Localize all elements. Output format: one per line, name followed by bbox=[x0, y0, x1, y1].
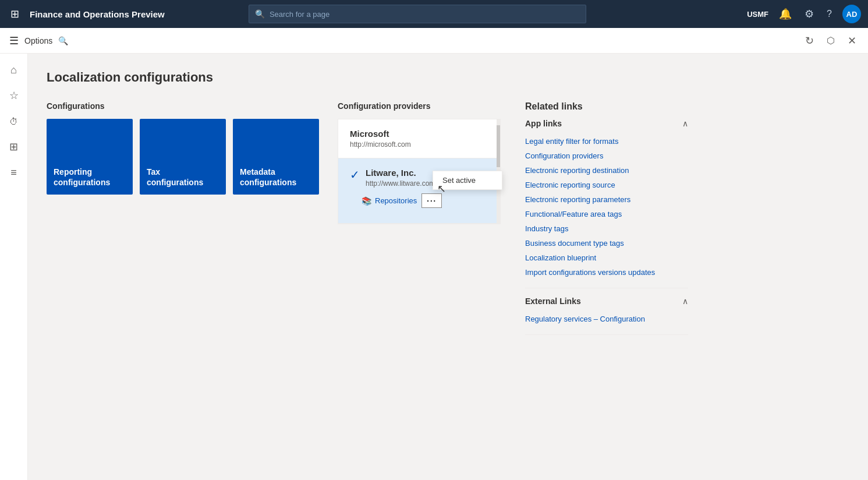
config-tiles: Reporting configurations Tax configurati… bbox=[47, 119, 319, 195]
open-new-button[interactable]: ⬡ bbox=[824, 32, 837, 50]
tile-reporting-configurations[interactable]: Reporting configurations bbox=[47, 119, 133, 195]
search-bar[interactable]: 🔍 bbox=[249, 5, 586, 23]
link-industry-tags[interactable]: Industry tags bbox=[525, 221, 688, 236]
user-region: USMF bbox=[747, 10, 768, 19]
settings-button[interactable]: ⚙ bbox=[802, 5, 816, 23]
related-links-title: Related links bbox=[525, 101, 688, 112]
hamburger-menu-icon[interactable]: ☰ bbox=[9, 34, 19, 47]
provider-active-checkmark: ✓ bbox=[350, 168, 360, 182]
close-button[interactable]: ✕ bbox=[845, 32, 859, 50]
sidebar-item-workspaces[interactable]: ⊞ bbox=[2, 135, 26, 158]
link-business-document-type-tags[interactable]: Business document type tags bbox=[525, 236, 688, 250]
more-options-button[interactable]: ··· bbox=[421, 193, 442, 208]
link-regulatory-services-configuration[interactable]: Regulatory services – Configuration bbox=[525, 312, 688, 326]
notification-button[interactable]: 🔔 bbox=[777, 5, 794, 23]
related-links-section: Related links App links ∧ Legal entity f… bbox=[525, 101, 688, 343]
provider-microsoft-name: Microsoft bbox=[350, 129, 488, 139]
tile-tax-configurations[interactable]: Tax configurations bbox=[140, 119, 226, 195]
help-button[interactable]: ? bbox=[824, 6, 834, 22]
providers-scrollbar-thumb bbox=[497, 125, 500, 167]
external-links-header: External Links ∧ bbox=[525, 297, 688, 306]
provider-microsoft-url: http://microsoft.com bbox=[350, 140, 488, 149]
configurations-section-title: Configurations bbox=[47, 101, 319, 111]
external-links-list: Regulatory services – Configuration bbox=[525, 312, 688, 326]
sidebar-item-modules[interactable]: ≡ bbox=[2, 161, 26, 184]
dropdown-popup: Set active bbox=[433, 171, 502, 190]
sidebar-item-home[interactable]: ⌂ bbox=[2, 58, 26, 82]
link-localization-blueprint[interactable]: Localization blueprint bbox=[525, 250, 688, 265]
content-grid: Configurations Reporting configurations … bbox=[47, 101, 849, 343]
divider bbox=[525, 288, 688, 288]
sub-nav-search-icon[interactable]: 🔍 bbox=[58, 36, 68, 45]
provider-litware-url: http://www.litware.com bbox=[366, 179, 435, 188]
top-navigation: ⊞ Finance and Operations Preview 🔍 USMF … bbox=[0, 0, 868, 28]
sub-navigation: ☰ Options 🔍 ↻ ⬡ ✕ bbox=[0, 28, 868, 54]
providers-list: Microsoft http://microsoft.com ✓ Litware… bbox=[338, 119, 501, 224]
search-icon: 🔍 bbox=[255, 9, 265, 19]
tile-metadata-configurations[interactable]: Metadata configurations bbox=[233, 119, 319, 195]
grid-menu-icon[interactable]: ⊞ bbox=[7, 4, 23, 24]
avatar[interactable]: AD bbox=[842, 5, 861, 23]
refresh-button[interactable]: ↻ bbox=[803, 32, 816, 50]
repositories-button[interactable]: 📚 Repositories bbox=[362, 196, 417, 206]
link-functional-feature-area-tags[interactable]: Functional/Feature area tags bbox=[525, 207, 688, 221]
search-input[interactable] bbox=[270, 10, 580, 19]
sub-nav-title: Options bbox=[24, 36, 52, 45]
external-links-bottom-divider bbox=[525, 334, 688, 335]
link-import-configurations-versions-updates[interactable]: Import configurations versions updates bbox=[525, 265, 688, 280]
link-electronic-reporting-destination[interactable]: Electronic reporting destination bbox=[525, 163, 688, 178]
provider-microsoft[interactable]: Microsoft http://microsoft.com bbox=[338, 119, 500, 158]
sidebar-item-favorites[interactable]: ☆ bbox=[2, 84, 26, 107]
link-electronic-reporting-source[interactable]: Electronic reporting source bbox=[525, 178, 688, 192]
nav-right-area: USMF 🔔 ⚙ ? AD bbox=[747, 5, 861, 23]
provider-litware-actions: 📚 Repositories ··· bbox=[350, 188, 488, 214]
app-links-label: App links bbox=[525, 119, 562, 128]
page-title: Localization configurations bbox=[47, 70, 849, 85]
app-links-collapse-icon[interactable]: ∧ bbox=[682, 119, 688, 128]
app-links-header: App links ∧ bbox=[525, 119, 688, 128]
sidebar-item-recent[interactable]: ⏱ bbox=[2, 110, 26, 133]
main-content: Localization configurations Configuratio… bbox=[28, 54, 868, 480]
sidebar: ⌂ ☆ ⏱ ⊞ ≡ bbox=[0, 54, 28, 480]
providers-section-title: Configuration providers bbox=[338, 101, 506, 111]
provider-litware-name: Litware, Inc. bbox=[366, 168, 435, 178]
provider-litware[interactable]: ✓ Litware, Inc. http://www.litware.com 📚… bbox=[338, 158, 500, 224]
sub-nav-actions: ↻ ⬡ ✕ bbox=[803, 32, 859, 50]
configurations-section: Configurations Reporting configurations … bbox=[47, 101, 319, 195]
link-legal-entity-filter[interactable]: Legal entity filter for formats bbox=[525, 134, 688, 149]
dropdown-set-active[interactable]: Set active bbox=[433, 171, 502, 189]
external-links-collapse-icon[interactable]: ∧ bbox=[682, 297, 688, 306]
link-electronic-reporting-parameters[interactable]: Electronic reporting parameters bbox=[525, 192, 688, 207]
app-layout: ⌂ ☆ ⏱ ⊞ ≡ Localization configurations Co… bbox=[0, 54, 868, 480]
external-links-label: External Links bbox=[525, 297, 581, 306]
repositories-icon: 📚 bbox=[362, 196, 371, 206]
configuration-providers-section: Configuration providers Microsoft http:/… bbox=[338, 101, 506, 224]
app-title: Finance and Operations Preview bbox=[30, 9, 165, 19]
app-links-list: Legal entity filter for formats Configur… bbox=[525, 134, 688, 280]
link-configuration-providers[interactable]: Configuration providers bbox=[525, 149, 688, 163]
